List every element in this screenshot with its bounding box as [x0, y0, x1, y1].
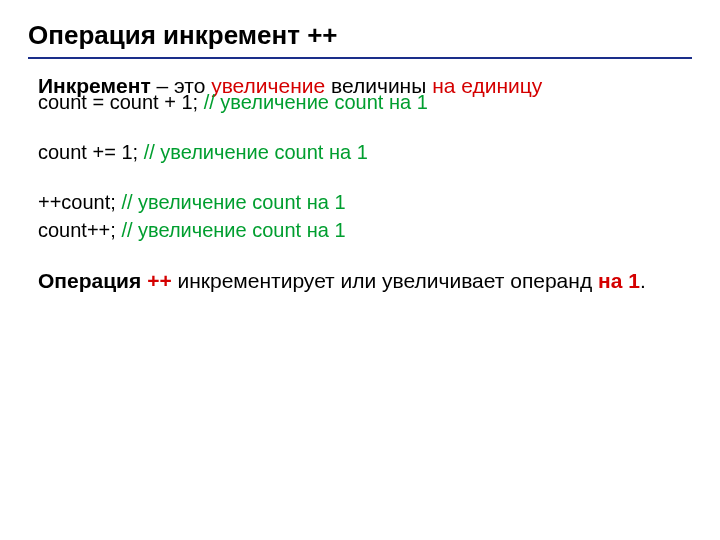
code-4: count++;	[38, 219, 121, 241]
summary-text: Операция ++ инкрементирует или увеличива…	[38, 267, 692, 294]
summary-mid: инкрементирует или увеличивает операнд	[172, 269, 598, 292]
summary-bold1: Операция	[38, 269, 147, 292]
slide-title: Операция инкремент ++	[28, 20, 692, 51]
code-line-2: count += 1; // увеличение count на 1	[38, 139, 692, 165]
comment-4: // увеличение count на 1	[121, 219, 345, 241]
code-line-1: count = count + 1; // увеличение count н…	[38, 89, 692, 115]
code-2: count += 1;	[38, 141, 144, 163]
comment-1: // увеличение count на 1	[204, 91, 428, 113]
comment-3: // увеличение count на 1	[121, 191, 345, 213]
code-1: count = count + 1;	[38, 91, 204, 113]
gap-1	[38, 117, 692, 139]
comment-2: // увеличение count на 1	[144, 141, 368, 163]
code-3: ++count;	[38, 191, 121, 213]
code-line-3: ++count; // увеличение count на 1	[38, 189, 692, 215]
summary-dot: .	[640, 269, 646, 292]
intro-red2: на единицу	[432, 74, 542, 97]
gap-3	[38, 245, 692, 267]
summary-op: ++	[147, 269, 172, 292]
code-block: count = count + 1; // увеличение count н…	[38, 89, 692, 267]
code-line-4: count++; // увеличение count на 1	[38, 217, 692, 243]
gap-2	[38, 167, 692, 189]
summary-by1: на 1	[598, 269, 640, 292]
title-underline	[28, 57, 692, 59]
